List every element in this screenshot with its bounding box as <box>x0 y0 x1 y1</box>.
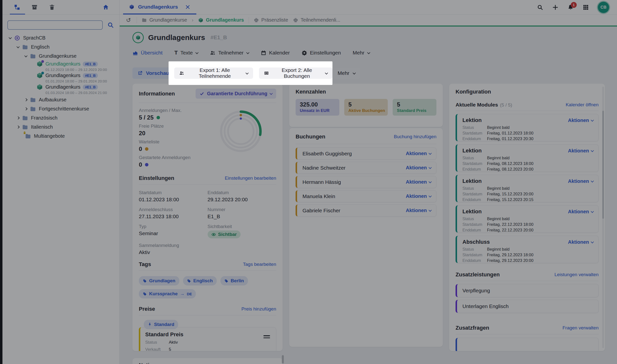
export-bookings-label: Export 2: Alle Buchungen <box>272 67 322 79</box>
export-participants-button[interactable]: Export 1: Alle Teilnehmende <box>174 67 253 79</box>
app-window: SprachCB Englisch Grundlagenkurse Grun <box>0 0 617 364</box>
export-bookings-button[interactable]: Export 2: Alle Buchungen <box>259 67 332 79</box>
export-bookings-icon <box>264 70 269 76</box>
dim-overlay <box>0 0 617 364</box>
chevron-down-icon <box>325 71 328 74</box>
tour-spotlight: Export 1: Alle Teilnehmende Export 2: Al… <box>169 61 332 85</box>
export-participants-icon <box>179 70 184 76</box>
export-participants-label: Export 1: Alle Teilnehmende <box>187 67 242 79</box>
chevron-down-icon <box>245 71 249 74</box>
